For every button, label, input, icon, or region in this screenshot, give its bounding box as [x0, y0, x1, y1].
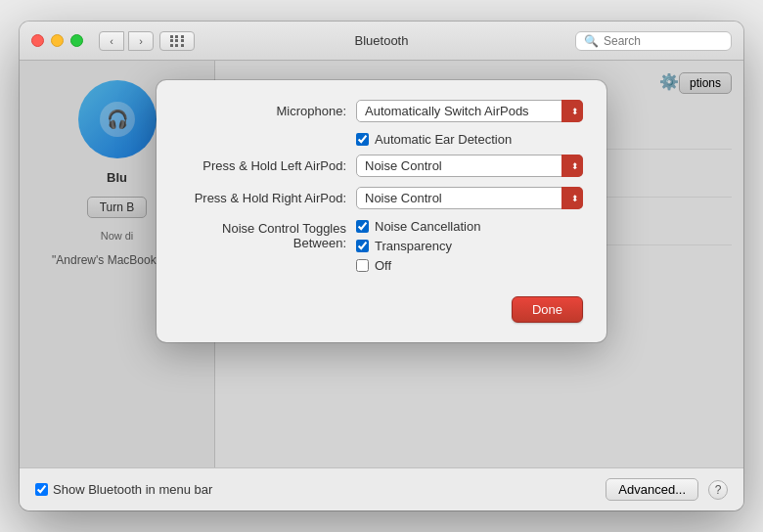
- noise-cancellation-label: Noise Cancellation: [375, 219, 480, 234]
- auto-ear-detection-checkbox[interactable]: [356, 133, 369, 146]
- auto-ear-detection-row: Automatic Ear Detection: [356, 132, 583, 147]
- microphone-control: Automatically Switch AirPods Always Left…: [356, 100, 583, 122]
- forward-button[interactable]: ›: [128, 31, 154, 51]
- bottom-bar: Show Bluetooth in menu bar Advanced... ?: [20, 467, 743, 510]
- grid-view-button[interactable]: [159, 31, 195, 51]
- minimize-button[interactable]: [51, 34, 64, 47]
- press-hold-left-label: Press & Hold Left AirPod:: [180, 158, 356, 173]
- close-button[interactable]: [31, 34, 44, 47]
- show-bluetooth-checkbox[interactable]: [35, 483, 48, 496]
- noise-control-label: Noise Control Toggles Between:: [180, 219, 356, 250]
- traffic-lights: [31, 34, 83, 47]
- transparency-label: Transparency: [375, 239, 452, 253]
- window-title: Bluetooth: [355, 33, 409, 48]
- noise-toggles: Noise Cancellation Transparency Off: [356, 219, 583, 273]
- nav-buttons: ‹ ›: [99, 31, 154, 51]
- back-button[interactable]: ‹: [99, 31, 124, 51]
- off-checkbox[interactable]: [356, 259, 369, 272]
- content-area: 🎧 Blu Turn B Now di "Andrew's MacBook Pr…: [20, 61, 743, 467]
- maximize-button[interactable]: [70, 34, 83, 47]
- press-hold-right-select[interactable]: Noise Control Siri Off: [356, 187, 583, 209]
- done-button[interactable]: Done: [512, 296, 583, 323]
- show-bluetooth-checkbox-label: Show Bluetooth in menu bar: [35, 482, 212, 497]
- microphone-select[interactable]: Automatically Switch AirPods Always Left…: [356, 100, 583, 122]
- search-icon: 🔍: [584, 34, 599, 48]
- noise-control-row: Noise Control Toggles Between: Noise Can…: [180, 219, 583, 283]
- noise-cancellation-checkbox[interactable]: [356, 220, 369, 233]
- press-hold-left-row: Press & Hold Left AirPod: Noise Control …: [180, 155, 583, 177]
- search-box[interactable]: 🔍: [575, 31, 732, 51]
- press-hold-left-select[interactable]: Noise Control Siri Off: [356, 155, 583, 177]
- modal-overlay: Microphone: Automatically Switch AirPods…: [20, 61, 743, 467]
- advanced-button[interactable]: Advanced...: [606, 478, 698, 501]
- press-hold-right-row: Press & Hold Right AirPod: Noise Control…: [180, 187, 583, 209]
- press-hold-right-label: Press & Hold Right AirPod:: [180, 191, 356, 205]
- press-hold-right-select-wrapper: Noise Control Siri Off: [356, 187, 583, 209]
- microphone-row: Microphone: Automatically Switch AirPods…: [180, 100, 583, 122]
- off-label: Off: [375, 258, 391, 273]
- search-input[interactable]: [604, 34, 723, 48]
- transparency-checkbox[interactable]: [356, 240, 369, 252]
- press-hold-left-select-wrapper: Noise Control Siri Off: [356, 155, 583, 177]
- airpods-settings-modal: Microphone: Automatically Switch AirPods…: [157, 80, 606, 342]
- help-button[interactable]: ?: [708, 480, 728, 500]
- titlebar: ‹ › Bluetooth 🔍: [20, 22, 743, 61]
- main-window: ‹ › Bluetooth 🔍 🎧 Blu Tu: [20, 22, 743, 510]
- show-bluetooth-label: Show Bluetooth in menu bar: [53, 482, 212, 497]
- auto-ear-detection-label: Automatic Ear Detection: [375, 132, 512, 147]
- modal-footer: Done: [180, 296, 583, 323]
- microphone-select-wrapper: Automatically Switch AirPods Always Left…: [356, 100, 583, 122]
- microphone-label: Microphone:: [180, 104, 356, 118]
